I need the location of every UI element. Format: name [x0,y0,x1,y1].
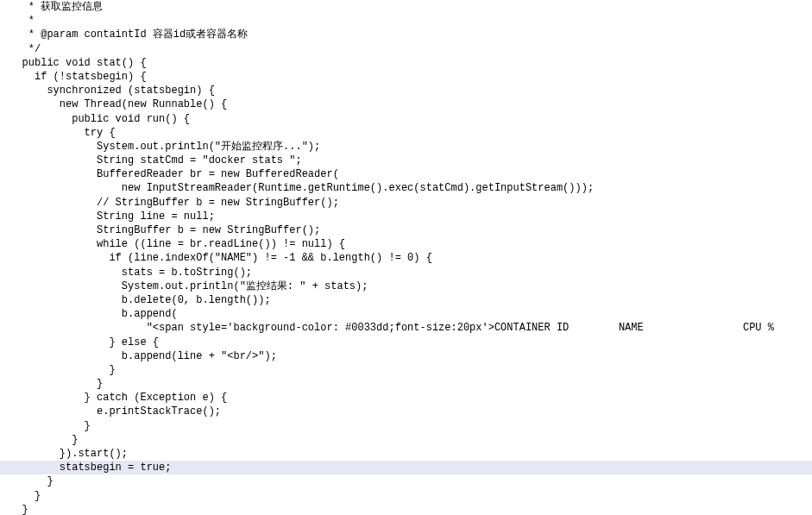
code-line: * 获取监控信息 [0,0,812,14]
code-line: // StringBuffer b = new StringBuffer(); [0,196,812,210]
code-line: } [0,474,812,488]
code-line: } [0,419,812,433]
code-line: b.delete(0, b.length()); [0,293,812,307]
code-line: e.printStackTrace(); [0,405,812,418]
code-line: } [0,433,812,447]
code-line: * [0,14,812,28]
code-line: stats = b.toString(); [0,266,812,279]
code-line: System.out.println("开始监控程序..."); [0,140,812,154]
code-line: if (!statsbegin) { [0,70,812,84]
code-line: new Thread(new Runnable() { [0,97,812,111]
code-line: } [0,363,812,377]
code-line: new InputStreamReader(Runtime.getRuntime… [0,181,812,195]
code-line: synchronized (statsbegin) { [0,84,812,97]
code-line: "<span style='background-color: #0033dd;… [0,321,812,335]
code-line: if (line.indexOf("NAME") != -1 && b.leng… [0,251,812,265]
code-line: String statCmd = "docker stats "; [0,154,812,167]
code-line: public void stat() { [0,56,812,70]
code-line: String line = null; [0,210,812,223]
code-line: b.append( [0,307,812,321]
code-line: StringBuffer b = new StringBuffer(); [0,223,812,237]
code-line: * @param containtId 容器id或者容器名称 [0,28,812,41]
code-line: } catch (Exception e) { [0,391,812,405]
code-line: b.append(line + "<br/>"); [0,349,812,363]
code-line: } else { [0,336,812,349]
code-line: */ [0,42,812,56]
code-line: } [0,377,812,391]
code-line: try { [0,126,812,140]
code-line: System.out.println("监控结果: " + stats); [0,279,812,293]
code-line: public void run() { [0,112,812,126]
code-line: } [0,489,812,503]
code-line: statsbegin = true; [0,461,812,474]
code-line: while ((line = br.readLine()) != null) { [0,237,812,251]
code-line: BufferedReader br = new BufferedReader( [0,167,812,181]
code-line: }).start(); [0,447,812,461]
code-line: } [0,503,812,515]
code-block: * 获取监控信息 * * @param containtId 容器id或者容器名… [0,0,812,515]
